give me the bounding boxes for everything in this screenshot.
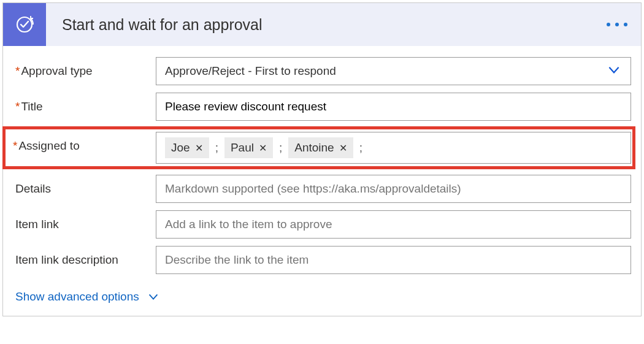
assignee-chip: Joe ✕ xyxy=(165,137,209,158)
title-label: *Title xyxy=(13,93,151,113)
item-link-desc-input[interactable] xyxy=(165,253,622,267)
details-input-wrapper xyxy=(156,175,631,203)
required-asterisk: * xyxy=(15,100,20,113)
approval-type-value: Approve/Reject - First to respond xyxy=(165,64,336,78)
approval-type-row: *Approval type Approve/Reject - First to… xyxy=(13,57,631,85)
assignee-chip-label: Joe xyxy=(171,141,190,155)
approval-icon xyxy=(3,3,46,46)
card-body: *Approval type Approve/Reject - First to… xyxy=(3,46,641,316)
ellipsis-icon xyxy=(607,23,610,26)
title-input[interactable] xyxy=(165,100,622,113)
assignee-chip-label: Antoine xyxy=(294,141,334,155)
chip-separator: ; xyxy=(215,141,218,155)
assigned-to-input[interactable]: Joe ✕ ; Paul ✕ ; Antoine ✕ ; xyxy=(156,132,631,164)
title-input-wrapper xyxy=(156,93,631,121)
chevron-down-icon xyxy=(147,290,160,304)
assigned-to-row: *Assigned to Joe ✕ ; Paul ✕ ; Antoine xyxy=(4,128,634,167)
assignee-chip: Paul ✕ xyxy=(224,137,273,158)
assigned-to-label: *Assigned to xyxy=(13,132,151,153)
item-link-label: Item link xyxy=(13,210,151,231)
ellipsis-icon xyxy=(615,23,619,26)
assignee-chip-label: Paul xyxy=(231,141,254,155)
title-row: *Title xyxy=(13,93,631,121)
details-input[interactable] xyxy=(165,182,622,196)
remove-chip-button[interactable]: ✕ xyxy=(259,142,267,154)
chevron-down-icon xyxy=(606,62,622,81)
assignee-chip: Antoine ✕ xyxy=(288,137,353,158)
approval-type-select[interactable]: Approve/Reject - First to respond xyxy=(156,57,631,85)
card-header: Start and wait for an approval xyxy=(3,3,641,46)
approval-action-card: Start and wait for an approval *Approval… xyxy=(2,2,642,316)
remove-chip-button[interactable]: ✕ xyxy=(339,142,347,154)
ellipsis-icon xyxy=(624,23,627,26)
show-advanced-label: Show advanced options xyxy=(15,290,139,304)
required-asterisk: * xyxy=(15,64,20,77)
card-title: Start and wait for an approval xyxy=(46,16,263,34)
chip-separator: ; xyxy=(359,141,362,155)
item-link-desc-row: Item link description xyxy=(13,246,631,274)
item-link-row: Item link xyxy=(13,210,631,239)
remove-chip-button[interactable]: ✕ xyxy=(195,142,203,154)
approval-type-label: *Approval type xyxy=(13,57,151,78)
item-link-desc-label: Item link description xyxy=(13,246,151,267)
more-actions-button[interactable] xyxy=(607,23,627,26)
item-link-desc-input-wrapper xyxy=(156,246,631,274)
required-asterisk: * xyxy=(13,139,17,152)
item-link-input[interactable] xyxy=(165,218,622,231)
show-advanced-options-button[interactable]: Show advanced options xyxy=(15,290,160,304)
details-label: Details xyxy=(13,175,151,196)
details-row: Details xyxy=(13,175,631,203)
item-link-input-wrapper xyxy=(156,210,631,239)
chip-separator: ; xyxy=(279,141,282,155)
